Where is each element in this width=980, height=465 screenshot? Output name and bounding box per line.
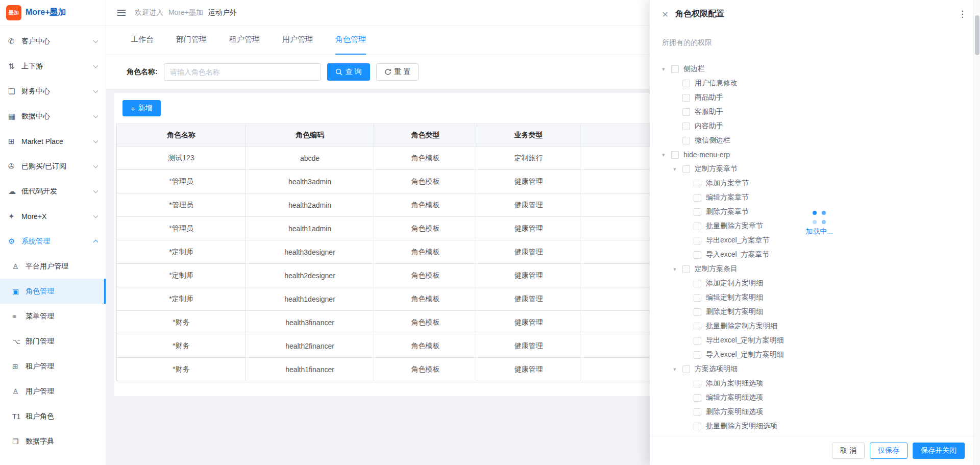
checkbox[interactable] [682, 123, 690, 130]
caret-down-icon[interactable]: ▾ [673, 166, 682, 173]
tree-node[interactable]: 内容助手 [662, 119, 968, 133]
save-only-button[interactable]: 仅保存 [870, 443, 908, 459]
sidebar-item-system-management[interactable]: ⚙系统管理 [0, 229, 106, 254]
checkbox[interactable] [682, 137, 690, 144]
checkbox[interactable] [694, 394, 701, 402]
checkbox[interactable] [671, 151, 679, 159]
sidebar-item-label: 已购买/已订阅 [21, 162, 94, 171]
tree-node[interactable]: 导出excel_定制方案明细 [662, 333, 968, 348]
tree-node[interactable]: ▾hide-menu-erp [662, 148, 968, 162]
close-icon[interactable]: × [662, 9, 668, 19]
tab-role[interactable]: 角色管理 [335, 26, 366, 55]
checkbox[interactable] [694, 308, 701, 316]
checkbox[interactable] [694, 380, 701, 387]
checkbox[interactable] [694, 351, 701, 359]
checkbox[interactable] [694, 337, 701, 345]
reset-button[interactable]: 重 置 [376, 63, 419, 81]
sidebar-subitem-platform-user-management[interactable]: ♙平台用户管理 [0, 254, 106, 279]
tree-node[interactable]: 添加方案章节 [662, 176, 968, 190]
checkbox[interactable] [694, 194, 701, 202]
tree-node[interactable]: 添加方案明细选项 [662, 376, 968, 390]
sidebar-item-low-code[interactable]: ☁低代码开发 [0, 179, 106, 204]
sidebar-item-purchased-subscribed[interactable]: ✇已购买/已订阅 [0, 154, 106, 179]
caret-down-icon[interactable]: ▾ [662, 66, 671, 72]
checkbox[interactable] [694, 423, 701, 430]
cancel-button[interactable]: 取 消 [832, 443, 865, 459]
breadcrumb-current: 运动户外 [208, 8, 237, 16]
checkbox[interactable] [694, 323, 701, 330]
checkbox[interactable] [694, 180, 701, 187]
sidebar-subitem-role-management[interactable]: ▣角色管理 [0, 279, 106, 304]
tree-node[interactable]: ▾方案选项明细 [662, 362, 968, 376]
tree-node[interactable]: 删除方案明细选项 [662, 405, 968, 419]
role-name-label: 角色名称: [127, 67, 158, 77]
sidebar-subitem-department-management[interactable]: ⌥部门管理 [0, 329, 106, 354]
tree-node[interactable]: 删除定制方案明细 [662, 305, 968, 319]
checkbox[interactable] [682, 365, 690, 373]
checkbox[interactable] [694, 294, 701, 302]
tree-node-label: 定制方案条目 [695, 264, 738, 274]
checkbox[interactable] [694, 237, 701, 244]
tab-workbench[interactable]: 工作台 [131, 26, 154, 55]
tree-node[interactable]: 用户信息修改 [662, 76, 968, 90]
checkbox[interactable] [682, 265, 690, 273]
caret-down-icon[interactable]: ▾ [673, 366, 682, 373]
sidebar-item-customer-center[interactable]: ✆客户中心 [0, 29, 106, 54]
tree-node[interactable]: 商品助手 [662, 90, 968, 105]
drawer-scrollbar[interactable] [973, 0, 980, 465]
more-options-icon[interactable]: ⋮ [958, 9, 967, 19]
sidebar-item-up-downstream[interactable]: ⇅上下游 [0, 54, 106, 79]
checkbox[interactable] [671, 65, 679, 73]
checkbox[interactable] [682, 108, 690, 116]
tree-node[interactable]: 编辑定制方案明细 [662, 290, 968, 305]
checkbox[interactable] [694, 208, 701, 216]
sidebar-subitem-data-dictionary[interactable]: ❐数据字典 [0, 429, 106, 454]
tree-node[interactable]: ▾定制方案章节 [662, 162, 968, 176]
brand-logo-icon: 墨加 [6, 5, 21, 20]
sidebar-item-market-place[interactable]: ⊞Market Place [0, 129, 106, 154]
tree-node[interactable]: ▾定制方案条目 [662, 262, 968, 276]
sidebar-subitem-menu-management[interactable]: ≡菜单管理 [0, 304, 106, 329]
tree-node[interactable]: 导入excel_方案章节 [662, 248, 968, 262]
save-and-close-button[interactable]: 保存并关闭 [913, 443, 965, 459]
caret-down-icon[interactable]: ▾ [673, 266, 682, 273]
sidebar-subitem-tenant-management[interactable]: ⊞租户管理 [0, 354, 106, 379]
tree-node[interactable]: 编辑方案章节 [662, 190, 968, 205]
tree-node[interactable]: 编辑方案明细选项 [662, 390, 968, 405]
caret-down-icon[interactable]: ▾ [662, 152, 671, 158]
sidebar-subitem-user-management[interactable]: ♙用户管理 [0, 379, 106, 404]
tree-node[interactable]: 客服助手 [662, 105, 968, 119]
scrollbar-thumb[interactable] [975, 15, 979, 55]
tree-node[interactable]: 批量删除定制方案明细 [662, 319, 968, 333]
checkbox[interactable] [694, 408, 701, 416]
tree-node[interactable]: 微信侧边栏 [662, 133, 968, 148]
role-name-input[interactable] [164, 63, 321, 81]
collapse-menu-icon[interactable] [117, 10, 126, 16]
tree-node-label: 添加方案明细选项 [706, 379, 763, 388]
checkbox[interactable] [682, 165, 690, 173]
tab-tenant[interactable]: 租户管理 [229, 26, 260, 55]
query-button[interactable]: 查 询 [327, 63, 370, 81]
checkbox[interactable] [694, 251, 701, 259]
add-button[interactable]: + 新增 [122, 100, 161, 116]
more-x-icon: ✦ [8, 212, 19, 221]
tab-department[interactable]: 部门管理 [176, 26, 207, 55]
checkbox[interactable] [694, 280, 701, 287]
sidebar-item-finance-center[interactable]: ❏财务中心 [0, 79, 106, 104]
tree-node[interactable]: 导入excel_定制方案明细 [662, 348, 968, 362]
table-cell: *财务 [117, 311, 246, 334]
tree-node[interactable]: 批量删除方案明细选项 [662, 419, 968, 433]
sidebar-subitem-label: 菜单管理 [26, 312, 100, 321]
breadcrumb-prefix: 欢迎进入 [135, 8, 163, 16]
sidebar-item-more-x[interactable]: ✦More+X [0, 204, 106, 229]
tree-node[interactable]: 添加定制方案明细 [662, 276, 968, 290]
sidebar-item-data-center[interactable]: ▦数据中心 [0, 104, 106, 129]
chevron-down-icon [93, 113, 99, 118]
sidebar-subitem-tenant-role[interactable]: T1租户角色 [0, 404, 106, 429]
checkbox[interactable] [682, 80, 690, 87]
table-cell: *财务 [117, 334, 246, 358]
tab-user[interactable]: 用户管理 [282, 26, 313, 55]
checkbox[interactable] [694, 223, 701, 230]
tree-node[interactable]: ▾侧边栏 [662, 62, 968, 76]
checkbox[interactable] [682, 94, 690, 102]
